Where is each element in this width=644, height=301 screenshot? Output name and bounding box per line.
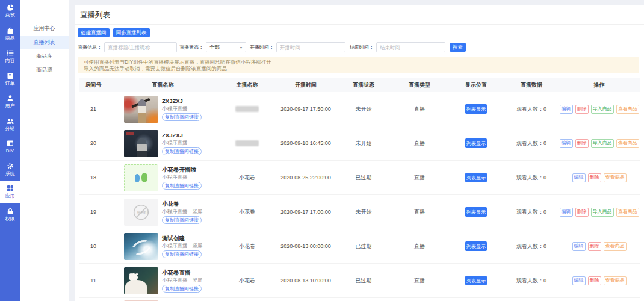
create-live-room-button[interactable]: 创建直播间 bbox=[78, 28, 110, 37]
delete-action-button[interactable]: 删除 bbox=[588, 276, 601, 285]
live-type-cell: 直播 bbox=[391, 126, 448, 160]
delete-action-button[interactable]: 删除 bbox=[575, 139, 589, 148]
sidebar-item-label: 总览 bbox=[5, 13, 15, 18]
delete-action-button[interactable]: 删除 bbox=[588, 173, 601, 182]
live-cover-thumbnail bbox=[124, 130, 158, 157]
view-action-button[interactable]: 查看商品 bbox=[604, 173, 627, 182]
table-row: 18小花卷开播啦小程序直播复制直播间链接小花卷2020-08-25 22:00:… bbox=[79, 161, 640, 195]
actions-cell: 编辑删除查看商品 bbox=[559, 229, 640, 263]
sidebar-item-apps[interactable]: 应用 bbox=[0, 181, 20, 203]
anchor-name-cell: 小花卷 bbox=[218, 195, 276, 229]
submenu-item-goods-lib[interactable]: 商品库 bbox=[20, 49, 69, 63]
edit-action-button[interactable]: 编辑 bbox=[560, 105, 573, 114]
delete-action-button[interactable]: 删除 bbox=[575, 208, 589, 217]
live-type-cell: 直播 bbox=[391, 92, 448, 126]
delete-action-button[interactable]: 删除 bbox=[575, 105, 589, 114]
sidebar-item-system[interactable]: 系统 bbox=[0, 158, 20, 181]
live-status-cell: 已过期 bbox=[336, 161, 391, 194]
live-status-cell: 已过期 bbox=[336, 229, 391, 263]
sync-live-list-button[interactable]: 同步直播列表 bbox=[113, 28, 150, 37]
list-display-button[interactable]: 列表显示 bbox=[465, 138, 487, 148]
content-list-icon bbox=[7, 49, 14, 57]
submenu-item-app-center[interactable]: 应用中心 bbox=[20, 22, 69, 36]
display-position-cell: 列表显示 bbox=[448, 161, 504, 194]
live-data-cell: 观看人数：0 bbox=[504, 161, 559, 194]
copy-live-link-button[interactable]: 复制直播间链接 bbox=[162, 182, 202, 190]
view-action-button[interactable]: 查看商品 bbox=[616, 208, 639, 217]
start-time-label: 开播时间： bbox=[250, 44, 274, 51]
sidebar-item-label: 内容 bbox=[5, 58, 15, 63]
anchor-name-blurred bbox=[235, 106, 259, 112]
delete-action-button[interactable]: 删除 bbox=[588, 242, 601, 251]
sidebar-item-distribution[interactable]: 分销 bbox=[0, 113, 20, 136]
live-status-cell: 未开始 bbox=[336, 92, 391, 126]
anchor-name-cell: 小花卷 bbox=[218, 229, 276, 263]
live-status-select[interactable]: 全部 ▼ bbox=[206, 42, 246, 52]
view-action-button[interactable]: 查看商品 bbox=[604, 276, 627, 285]
start-time-input[interactable] bbox=[276, 42, 345, 52]
sidebar-item-content[interactable]: 内容 bbox=[0, 45, 20, 68]
sidebar-item-overview[interactable]: 总览 bbox=[0, 0, 20, 23]
copy-live-link-button[interactable]: 复制直播间链接 bbox=[162, 147, 202, 155]
filter-bar: 直播信息： 直播状态： 全部 ▼ 开播时间： 结束时间： 搜索 bbox=[78, 42, 644, 52]
list-display-button[interactable]: 列表显示 bbox=[465, 104, 487, 114]
column-header: 房间号 bbox=[79, 78, 107, 92]
edit-action-button[interactable]: 编辑 bbox=[560, 139, 573, 148]
list-display-button[interactable]: 列表显示 bbox=[465, 207, 487, 217]
anchor-name-cell bbox=[218, 92, 276, 126]
live-data-cell: 观看人数：0 bbox=[504, 195, 559, 229]
sidebar-item-order[interactable]: 订单 bbox=[0, 68, 20, 91]
edit-action-button[interactable]: 编辑 bbox=[560, 208, 573, 217]
list-display-button[interactable]: 列表显示 bbox=[465, 241, 487, 251]
sidebar-item-diy[interactable]: DIY bbox=[0, 135, 20, 158]
live-name-cell: 暂无图片小花卷小程序直播竖屏复制直播间链接 bbox=[107, 195, 218, 229]
user-icon bbox=[7, 95, 14, 102]
copy-live-link-button[interactable]: 复制直播间链接 bbox=[162, 216, 202, 224]
edit-action-button[interactable]: 编辑 bbox=[572, 173, 586, 182]
edit-action-button[interactable]: 编辑 bbox=[572, 242, 586, 251]
display-position-cell: 列表显示 bbox=[448, 264, 504, 297]
copy-live-link-button[interactable]: 复制直播间链接 bbox=[162, 113, 202, 121]
start-time-cell: 2020-08-13 10:00:00 bbox=[276, 264, 336, 297]
view-action-button[interactable]: 查看商品 bbox=[616, 139, 639, 148]
submenu-item-goods-source[interactable]: 商品源 bbox=[20, 63, 69, 77]
live-tag: 小程序直播 bbox=[162, 243, 188, 249]
view-action-button[interactable]: 查看商品 bbox=[616, 105, 639, 114]
list-display-button[interactable]: 列表显示 bbox=[465, 173, 487, 182]
import-action-button[interactable]: 导入商品 bbox=[591, 139, 614, 148]
view-action-button[interactable]: 查看商品 bbox=[604, 242, 627, 251]
actions-cell: 编辑删除导入商品查看商品 bbox=[559, 92, 640, 126]
sidebar-item-label: 应用 bbox=[5, 193, 15, 199]
copy-live-link-button[interactable]: 复制直播间链接 bbox=[162, 285, 202, 293]
live-info-input[interactable] bbox=[104, 42, 177, 52]
live-status-value: 全部 bbox=[209, 44, 220, 51]
sidebar-item-label: 系统 bbox=[5, 171, 15, 176]
room-id-cell: 19 bbox=[79, 195, 107, 229]
live-data-cell: 观看人数：0 bbox=[504, 92, 559, 126]
table-row: 11小花卷直播小程序直播竖屏复制直播间链接小花卷2020-08-13 10:00… bbox=[79, 264, 640, 298]
live-tag: 竖屏 bbox=[193, 277, 203, 283]
column-header: 显示位置 bbox=[448, 78, 504, 92]
no-image-icon: 暂无图片 bbox=[132, 203, 150, 221]
list-display-button[interactable]: 列表显示 bbox=[465, 276, 487, 285]
live-data-cell: 观看人数：0 bbox=[504, 126, 559, 160]
end-time-input[interactable] bbox=[376, 42, 445, 52]
live-name: ZXJZXJ bbox=[162, 98, 183, 104]
edit-action-button[interactable]: 编辑 bbox=[572, 276, 586, 285]
import-action-button[interactable]: 导入商品 bbox=[591, 208, 614, 217]
submenu-item-live-list[interactable]: 直播列表 bbox=[20, 36, 69, 49]
live-info-label: 直播信息： bbox=[78, 44, 102, 51]
sidebar-item-goods[interactable]: 商品 bbox=[0, 23, 20, 46]
live-data-cell: 观看人数：0 bbox=[504, 264, 559, 297]
anchor-name: 小花卷 bbox=[239, 208, 255, 216]
sidebar-item-label: DIY bbox=[6, 148, 14, 154]
actions-cell: 编辑删除导入商品查看商品 bbox=[559, 126, 640, 160]
sidebar-item-user[interactable]: 用户 bbox=[0, 90, 20, 113]
import-action-button[interactable]: 导入商品 bbox=[591, 105, 614, 114]
sidebar-item-auth[interactable]: 权限 bbox=[0, 203, 20, 226]
search-button[interactable]: 搜索 bbox=[450, 43, 466, 52]
sidebar-item-label: 商品 bbox=[5, 36, 15, 41]
copy-live-link-button[interactable]: 复制直播间链接 bbox=[162, 250, 202, 258]
anchor-name-blurred bbox=[235, 140, 259, 146]
live-status-cell: 未开始 bbox=[336, 126, 391, 160]
